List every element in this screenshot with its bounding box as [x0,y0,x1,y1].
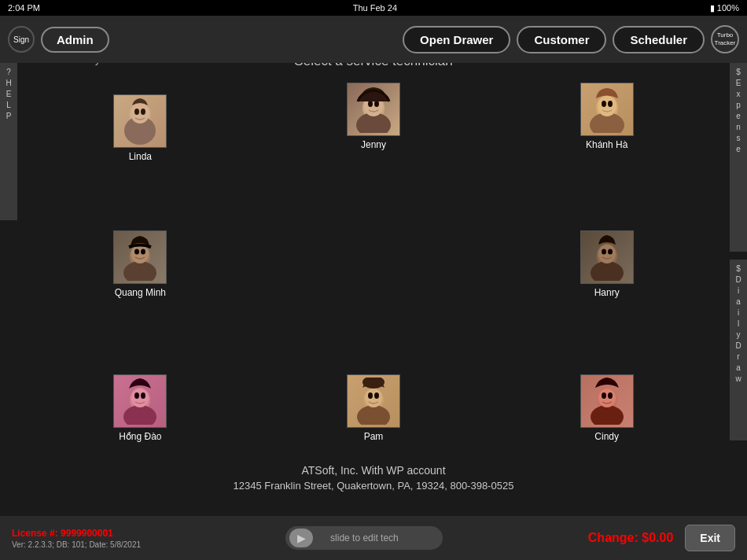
svg-point-26 [123,405,156,425]
svg-point-35 [362,378,385,389]
svg-point-18 [134,249,139,254]
help-p: P [6,111,12,122]
change-amount: Change: $0.00 [588,531,673,545]
turbo-tracker-button[interactable]: TurboTracker [711,25,739,53]
svg-point-21 [591,261,624,281]
svg-point-23 [602,249,606,254]
turbo-label: TurboTracker [715,31,736,46]
company-info: ATSoft, Inc. With WP account 12345 Frank… [0,450,747,492]
tech-name-cindy: Cindy [594,431,619,442]
svg-point-34 [374,392,379,399]
tech-name-jenny: Jenny [361,139,386,150]
status-time: 2:04 PM [8,3,40,13]
license-number: License #: 9999900001 [12,528,141,539]
svg-point-39 [602,392,606,399]
tech-name-quangminh: Quang Minh [115,287,166,298]
svg-point-31 [357,405,390,425]
svg-point-22 [598,245,616,263]
tech-name-khanhha: Khánh Hà [586,139,627,150]
tech-khanhha[interactable]: Khánh Hà [580,83,634,150]
help-e: E [6,89,12,100]
tech-photo-cindy [580,374,634,428]
slide-thumb[interactable]: ▶ [289,529,313,547]
svg-point-19 [141,249,145,254]
svg-point-27 [131,389,149,407]
right-draw-sidebar[interactable]: $ D i a i l y D r a w [730,260,747,440]
company-name: ATSoft, Inc. With WP account [0,464,747,477]
slide-label: slide to edit tech [293,532,435,543]
tech-name-linda: Linda [129,151,152,162]
svg-point-37 [591,405,624,425]
tech-linda[interactable]: Linda [113,94,167,162]
tech-name-hanry: Hanry [594,287,620,298]
svg-point-9 [374,101,379,107]
tech-cindy[interactable]: Cindy [580,374,634,442]
tech-photo-hongdao [113,374,167,428]
nav-right: Open Drawer Customer Scheduler TurboTrac… [403,25,739,53]
bottom-left: License #: 9999900001 Ver: 2.2.3.3; DB: … [12,528,141,549]
tech-jenny[interactable]: Jenny [347,83,400,150]
svg-point-40 [608,392,613,399]
help-l: L [6,100,11,111]
svg-point-13 [602,101,606,107]
tech-photo-khanhha [580,83,634,136]
customer-button[interactable]: Customer [517,26,606,53]
technician-grid: Linda Jenny [24,79,723,450]
tech-hongdao[interactable]: Hồng Đào [113,374,167,442]
tech-name-pam: Pam [364,431,384,442]
tech-pam[interactable]: Pam [347,374,400,442]
scheduler-button[interactable]: Scheduler [613,26,705,53]
tech-quangminh[interactable]: Quang Minh [113,230,167,298]
svg-point-8 [368,101,373,107]
slide-track[interactable]: ▶ slide to edit tech [285,526,443,550]
slide-area[interactable]: ▶ slide to edit tech [285,526,443,550]
svg-point-24 [608,249,613,254]
exit-button[interactable]: Exit [685,525,735,551]
version-text: Ver: 2.2.3.3; DB: 101; Date: 5/8/2021 [12,540,141,549]
help-h: H [6,78,11,89]
bottom-bar: License #: 9999900001 Ver: 2.2.3.3; DB: … [0,516,747,560]
company-address: 12345 Franklin Street, Quakertown, PA, 1… [0,480,747,492]
svg-point-38 [598,389,616,407]
help-question: ? [6,67,11,78]
svg-point-14 [608,101,613,107]
svg-point-33 [368,392,373,399]
tech-photo-jenny [347,83,400,136]
open-drawer-button[interactable]: Open Drawer [403,26,510,53]
status-battery: ▮ 100% [710,3,739,13]
left-help-sidebar[interactable]: ? H E L P [0,63,17,220]
svg-point-32 [365,389,382,407]
top-nav: Sign Admin Open Drawer Customer Schedule… [0,16,747,63]
tech-photo-quangminh [113,230,167,284]
tech-photo-linda [113,94,167,148]
status-bar: 2:04 PM Thu Feb 24 ▮ 100% [0,0,747,16]
status-day: Thu Feb 24 [353,3,397,13]
bottom-area: ATSoft, Inc. With WP account 12345 Frank… [0,450,747,560]
nav-left: Sign Admin [8,26,109,53]
svg-point-16 [123,261,156,281]
bottom-right: Change: $0.00 Exit [588,525,735,551]
svg-point-28 [134,392,139,399]
sign-button[interactable]: Sign [8,26,35,53]
admin-button[interactable]: Admin [41,27,109,53]
svg-point-17 [131,245,149,263]
tech-name-hongdao: Hồng Đào [119,431,161,442]
svg-point-12 [598,96,616,116]
right-expense-sidebar[interactable]: $ E x p e n s e [730,63,747,252]
tech-photo-hanry [580,230,634,284]
svg-point-29 [141,392,145,399]
svg-point-2 [131,103,149,123]
svg-point-4 [141,109,145,115]
svg-point-3 [134,109,139,115]
tech-photo-pam [347,374,400,428]
tech-hanry[interactable]: Hanry [580,230,634,298]
